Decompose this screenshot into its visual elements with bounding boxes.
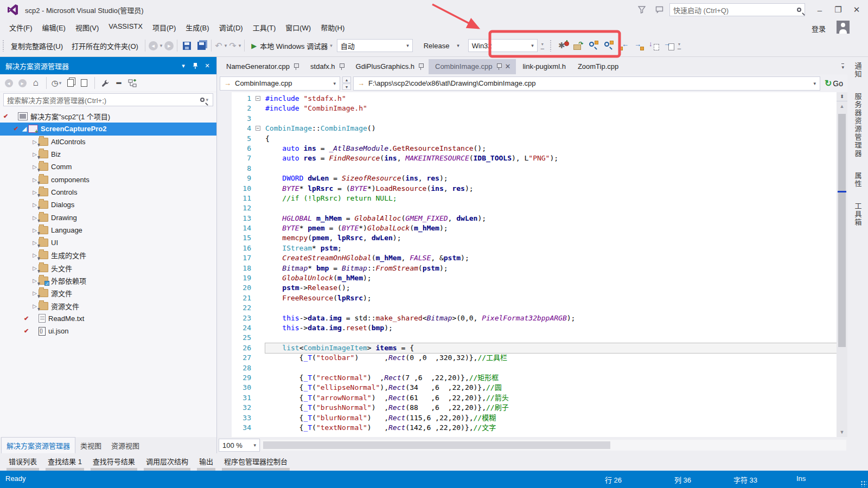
vertical-scrollbar[interactable]: ⬍ ▲ ▼ xyxy=(837,92,847,437)
side-tab-通知[interactable]: 通知 xyxy=(853,62,863,79)
platform-combobox[interactable]: Win32▾ xyxy=(468,39,538,52)
code-line-30[interactable]: 30 {_T("ellipseNormal"),Rect(34 ,6 ,22,2… xyxy=(232,383,837,393)
side-tab-服务器资源管理器[interactable]: 服务器资源管理器 xyxy=(853,93,863,158)
quick-launch-input[interactable]: 快速启动 (Ctrl+Q) xyxy=(669,3,805,16)
fold-margin[interactable]: − xyxy=(251,94,265,104)
code-line-26[interactable]: 26 list<CombinImageItem> items = { xyxy=(232,343,837,353)
tree-item-Language[interactable]: ▷Language xyxy=(0,224,216,236)
configuration-combobox[interactable]: Release▾ xyxy=(420,39,463,52)
scroll-up-arrow[interactable]: ▲ xyxy=(837,102,847,111)
editor-tab-GdiPlusGraphics.h[interactable]: GdiPlusGraphics.h xyxy=(349,59,429,74)
code-line-22[interactable]: 22 xyxy=(232,303,837,313)
undo-icon[interactable]: ↶ xyxy=(215,41,222,51)
tree-item-生成的文件[interactable]: ▷生成的文件 xyxy=(0,249,216,261)
tab-list-dropdown-icon[interactable]: ▾ xyxy=(841,63,844,70)
navigate-back-icon[interactable]: ← xyxy=(619,41,629,50)
tree-item-解决方案"scp2"(1 个项目)[interactable]: ✔解决方案"scp2"(1 个项目) xyxy=(0,110,216,123)
find-symbol-icon[interactable] xyxy=(604,41,614,50)
va-options-gear-tomato-icon[interactable]: ✱ xyxy=(558,41,568,50)
redo-icon[interactable]: ↷ xyxy=(229,41,236,51)
tree-item-components[interactable]: ▷components xyxy=(0,173,216,185)
code-line-32[interactable]: 32 {_T("brushNormal") ,Rect(88 ,6 ,22,20… xyxy=(232,403,837,413)
sign-in-link[interactable]: 登录 xyxy=(808,22,829,35)
window-position-dropdown-icon[interactable]: ▾ xyxy=(177,60,189,71)
expander-icon[interactable]: ▷ xyxy=(31,303,39,309)
tree-item-ui.json[interactable]: ✔ui.json xyxy=(0,325,216,337)
collapse-all-icon[interactable]: ━ xyxy=(113,78,124,88)
tree-item-Dialogs[interactable]: ▷Dialogs xyxy=(0,198,216,211)
save-all-icon[interactable] xyxy=(197,42,206,50)
start-debugging-icon[interactable]: ▶ xyxy=(251,42,257,50)
maximize-button[interactable]: ❐ xyxy=(829,2,847,17)
open-file-in-solution-icon[interactable]: ↷ xyxy=(573,41,583,50)
tree-item-头文件[interactable]: ▷头文件 xyxy=(0,262,216,274)
code-line-33[interactable]: 33 {_T("blurNormal") ,Rect(115,6 ,22,20)… xyxy=(232,413,837,423)
code-line-5[interactable]: 5{ xyxy=(232,134,837,144)
toolbar-grip-2[interactable] xyxy=(550,40,552,52)
undo-dropdown[interactable]: ▾ xyxy=(225,43,227,48)
zoom-combobox[interactable]: 100 %▾ xyxy=(219,439,260,452)
menu-item[interactable]: VASSISTX xyxy=(104,20,148,35)
open-containing-folder-button[interactable]: 打开所在的文件夹(O) xyxy=(67,38,143,54)
hscrollbar-thumb[interactable] xyxy=(263,441,610,449)
horizontal-scrollbar[interactable] xyxy=(261,440,846,451)
scroll-down-arrow[interactable]: ▼ xyxy=(837,428,847,437)
tree-item-ScreenCapturePro2[interactable]: ✔◢ScreenCapturePro2 xyxy=(0,123,216,135)
menu-item[interactable]: 编辑(E) xyxy=(37,20,71,35)
redo-dropdown[interactable]: ▾ xyxy=(239,43,241,48)
expander-icon[interactable]: ▷ xyxy=(31,139,39,145)
panel-tab-解决方案资源管理器[interactable]: 解决方案资源管理器 xyxy=(1,437,75,453)
scope-combobox[interactable]: → CombinImage.cpp ▾ xyxy=(220,76,340,91)
code-line-14[interactable]: 14 BYTE* pmem = (BYTE*)GlobalLock(m_hMem… xyxy=(232,223,837,233)
code-line-31[interactable]: 31 {_T("arrowNormal") ,Rect(61 ,6 ,22,20… xyxy=(232,393,837,403)
code-area[interactable]: 1−#include "stdafx.h"2#include "CombinIm… xyxy=(232,92,837,437)
preview-selected-items-icon[interactable] xyxy=(79,78,90,88)
pin-icon[interactable] xyxy=(339,63,344,70)
pin-icon[interactable] xyxy=(189,60,201,71)
tree-item-Biz[interactable]: ▷Biz xyxy=(0,148,216,160)
tree-item-Drawing[interactable]: ▷Drawing xyxy=(0,211,216,223)
toolbar-overflow-icon-2[interactable]: ▾▁ xyxy=(678,43,681,48)
scrollbar-thumb[interactable] xyxy=(838,114,846,347)
tree-item-AtlControls[interactable]: ▷AtlControls xyxy=(0,136,216,148)
editor-tab-stdafx.h[interactable]: stdafx.h xyxy=(304,59,349,74)
pin-icon[interactable] xyxy=(293,63,298,70)
code-line-21[interactable]: 21 FreeResource(lpRsrc); xyxy=(232,293,837,303)
code-line-27[interactable]: 27 {_T("toolbar") ,Rect(0 ,0 ,320,32)},/… xyxy=(232,353,837,363)
editor-tab-ZoomTip.cpp[interactable]: ZoomTip.cpp xyxy=(571,59,624,74)
show-all-files-icon[interactable] xyxy=(127,78,138,88)
resize-grip[interactable] xyxy=(860,480,867,487)
code-line-19[interactable]: 19 GlobalUnlock(m_hMem); xyxy=(232,273,837,283)
expander-icon[interactable]: ▷ xyxy=(31,265,39,271)
tree-item-Controls[interactable]: ▷Controls xyxy=(0,186,216,198)
tree-item-外部依赖项[interactable]: ▷◿外部依赖项 xyxy=(0,274,216,287)
pin-icon[interactable] xyxy=(418,63,423,70)
fold-margin[interactable]: − xyxy=(251,124,265,133)
code-line-25[interactable]: 25 xyxy=(232,333,837,343)
expander-icon[interactable]: ▷ xyxy=(31,189,39,195)
code-line-28[interactable]: 28 xyxy=(232,363,837,373)
navigate-backward-icon[interactable]: ◂ xyxy=(149,41,158,50)
minimize-button[interactable]: – xyxy=(810,2,829,17)
side-tab-工具箱[interactable]: 工具箱 xyxy=(853,202,863,227)
code-line-29[interactable]: 29 {_T("rectNormal") ,Rect(7 ,6 ,22,20)}… xyxy=(232,373,837,383)
search-options-dropdown[interactable]: ▾ xyxy=(206,97,208,102)
breakpoint-gutter[interactable] xyxy=(218,92,232,437)
nav-spinner[interactable]: ▲▼ xyxy=(342,76,351,90)
side-tab-属性[interactable]: 属性 xyxy=(853,172,863,188)
close-panel-icon[interactable]: ✕ xyxy=(201,60,213,71)
code-line-34[interactable]: 34 {_T("textNormal") ,Rect(142,6 ,22,20)… xyxy=(232,423,837,433)
code-line-13[interactable]: 13 HGLOBAL m_hMem = GlobalAlloc(GMEM_FIX… xyxy=(232,214,837,223)
va-go-button[interactable]: ↻ Go xyxy=(822,78,845,88)
expander-icon[interactable]: ▷ xyxy=(31,215,39,221)
panel-tab-类视图[interactable]: 类视图 xyxy=(75,438,106,453)
tree-item-ReadMe.txt[interactable]: ✔ReadMe.txt xyxy=(0,312,216,325)
menu-item[interactable]: 生成(B) xyxy=(181,20,214,35)
menu-item[interactable]: 文件(F) xyxy=(4,20,37,35)
code-line-11[interactable]: 11 //if (!lpRsrc) return NULL; xyxy=(232,194,837,203)
pin-icon[interactable] xyxy=(496,63,501,70)
expander-icon[interactable]: ▷ xyxy=(31,164,39,170)
tree-item-Comm[interactable]: ▷Comm xyxy=(0,160,216,173)
code-line-8[interactable]: 8 xyxy=(232,164,837,174)
close-tab-icon[interactable]: ✕ xyxy=(505,62,511,70)
